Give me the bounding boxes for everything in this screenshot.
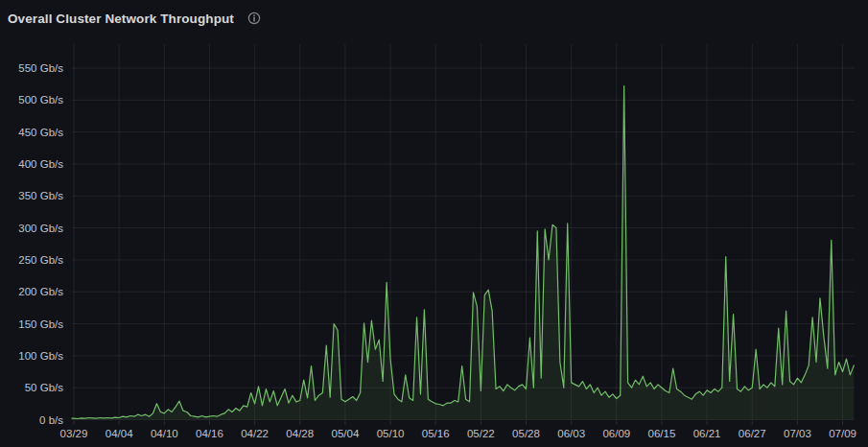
y-tick-label: 100 Gb/s: [18, 350, 63, 362]
x-tick-label: 05/28: [512, 428, 540, 439]
chart-area: 0 b/s50 Gb/s100 Gb/s150 Gb/s200 Gb/s250 …: [0, 0, 868, 447]
info-circle-icon[interactable]: [247, 12, 261, 25]
y-tick-label: 250 Gb/s: [18, 254, 63, 266]
x-tick-label: 06/15: [648, 428, 676, 439]
x-tick-label: 05/10: [377, 428, 405, 439]
y-tick-label: 350 Gb/s: [18, 190, 63, 201]
x-tick-label: 03/29: [60, 428, 88, 439]
x-tick-label: 06/27: [739, 428, 766, 439]
y-tick-label: 300 Gb/s: [18, 223, 63, 234]
x-tick-label: 04/22: [241, 428, 269, 439]
panel-header[interactable]: Overall Cluster Network Throughput: [0, 0, 868, 29]
x-tick-label: 06/21: [693, 428, 721, 439]
x-tick-label: 06/03: [557, 428, 585, 439]
y-tick-label: 550 Gb/s: [18, 62, 63, 74]
y-tick-label: 450 Gb/s: [18, 127, 63, 138]
x-tick-label: 04/16: [196, 428, 223, 439]
x-tick-label: 04/04: [106, 428, 133, 439]
y-tick-label: 50 Gb/s: [25, 382, 64, 393]
x-tick-label: 05/22: [467, 428, 495, 439]
grafana-panel: 0 b/s50 Gb/s100 Gb/s150 Gb/s200 Gb/s250 …: [0, 0, 868, 447]
x-tick-label: 07/09: [829, 428, 856, 439]
y-tick-label: 500 Gb/s: [18, 94, 63, 106]
series-line: [72, 86, 854, 419]
x-tick-label: 05/16: [422, 428, 450, 439]
panel-title: Overall Cluster Network Throughput: [8, 12, 234, 26]
x-tick-label: 04/28: [286, 428, 314, 439]
y-tick-label: 0 b/s: [39, 414, 63, 426]
y-tick-label: 150 Gb/s: [18, 318, 63, 330]
x-tick-label: 05/04: [332, 428, 360, 439]
x-tick-label: 07/03: [784, 428, 811, 439]
y-tick-label: 200 Gb/s: [18, 286, 63, 297]
x-tick-label: 06/09: [602, 428, 630, 439]
time-series-plot[interactable]: 0 b/s50 Gb/s100 Gb/s150 Gb/s200 Gb/s250 …: [0, 0, 868, 447]
x-tick-label: 04/10: [151, 428, 178, 439]
y-tick-label: 400 Gb/s: [18, 158, 63, 170]
